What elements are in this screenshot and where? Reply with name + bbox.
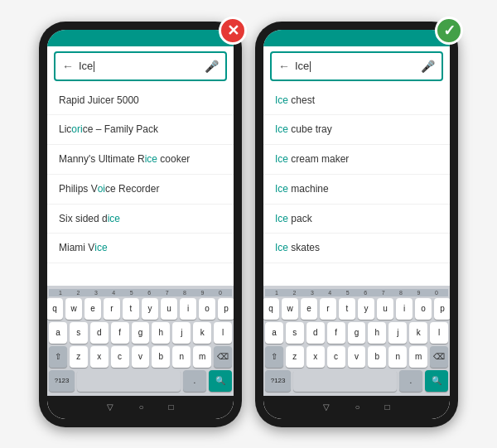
mic-icon[interactable]: 🎤	[205, 60, 219, 73]
key-b[interactable]: b	[152, 346, 170, 368]
key-q[interactable]: q	[47, 298, 63, 320]
key-y[interactable]: y	[142, 298, 158, 320]
right-suggestions: Ice chest Ice cube tray Ice cream maker …	[263, 86, 450, 286]
suggestion-item[interactable]: Ice cube tray	[263, 115, 450, 145]
wrong-search-input[interactable]: Ice	[79, 60, 200, 72]
suggestion-item[interactable]: Rapid Juicer 5000	[47, 86, 234, 116]
key-x[interactable]: x	[306, 346, 325, 368]
back-arrow-icon[interactable]: ←	[278, 60, 290, 73]
wrong-suggestions: Rapid Juicer 5000 Licorice – Family Pack…	[47, 86, 234, 286]
key-row-2r: a s d f g h j k l	[265, 322, 448, 344]
key-d[interactable]: d	[306, 322, 325, 344]
space-key[interactable]	[293, 370, 397, 392]
key-c[interactable]: c	[111, 346, 129, 368]
suggestion-item[interactable]: Ice pack	[263, 205, 450, 234]
suggestion-item[interactable]: Licorice – Family Pack	[47, 115, 234, 145]
key-w[interactable]: w	[282, 298, 298, 320]
key-d[interactable]: d	[90, 322, 109, 344]
key-j[interactable]: j	[388, 322, 407, 344]
delete-key[interactable]: ⌫	[214, 346, 232, 368]
key-h[interactable]: h	[368, 322, 386, 344]
key-f[interactable]: f	[111, 322, 129, 344]
key-j[interactable]: j	[172, 322, 191, 344]
key-g[interactable]: g	[348, 322, 366, 344]
key-i[interactable]: i	[396, 298, 413, 320]
nav-recent-icon[interactable]: □	[169, 402, 174, 412]
key-r[interactable]: r	[320, 298, 336, 320]
key-m[interactable]: m	[409, 346, 427, 368]
wrong-keyboard: 1 2 3 4 5 6 7 8 9 0 q w e	[47, 286, 234, 396]
key-m[interactable]: m	[193, 346, 211, 368]
right-phone-wrapper: ✓ ← Ice 🎤 Ice chest Ice cube tray Ice cr…	[255, 22, 458, 427]
key-v[interactable]: v	[348, 346, 366, 368]
right-search-bar[interactable]: ← Ice 🎤	[270, 51, 443, 81]
period-key[interactable]: .	[183, 370, 206, 392]
suggestion-item[interactable]: Ice chest	[263, 86, 450, 116]
key-g[interactable]: g	[132, 322, 150, 344]
wrong-phone-wrapper: ✕ ← Ice 🎤 Rapid Juicer 5000 Licorice – F…	[39, 22, 242, 427]
key-b[interactable]: b	[368, 346, 386, 368]
key-a[interactable]: a	[265, 322, 283, 344]
key-e[interactable]: e	[301, 298, 317, 320]
key-i[interactable]: i	[180, 298, 196, 320]
num-key[interactable]: ?123	[265, 370, 291, 392]
back-arrow-icon[interactable]: ←	[62, 60, 74, 73]
delete-key[interactable]: ⌫	[430, 346, 448, 368]
key-a[interactable]: a	[49, 322, 67, 344]
key-c[interactable]: c	[327, 346, 345, 368]
key-z[interactable]: z	[70, 346, 88, 368]
key-k[interactable]: k	[193, 322, 211, 344]
space-key[interactable]	[77, 370, 181, 392]
key-n[interactable]: n	[172, 346, 191, 368]
key-p[interactable]: p	[218, 298, 234, 320]
key-n[interactable]: n	[388, 346, 407, 368]
key-l[interactable]: l	[214, 322, 232, 344]
key-z[interactable]: z	[286, 346, 304, 368]
suggestion-item[interactable]: Ice machine	[263, 175, 450, 205]
key-v[interactable]: v	[132, 346, 150, 368]
key-y[interactable]: y	[358, 298, 374, 320]
search-key[interactable]: 🔍	[425, 370, 448, 392]
key-u[interactable]: u	[161, 298, 177, 320]
wrong-status-bar	[47, 30, 234, 46]
suggestion-item[interactable]: Six sided dice	[47, 205, 234, 234]
nav-recent-icon[interactable]: □	[385, 402, 390, 412]
main-container: ✕ ← Ice 🎤 Rapid Juicer 5000 Licorice – F…	[22, 5, 475, 444]
period-key[interactable]: .	[399, 370, 422, 392]
key-o[interactable]: o	[415, 298, 432, 320]
key-s[interactable]: s	[70, 322, 88, 344]
key-h[interactable]: h	[152, 322, 170, 344]
nav-home-icon[interactable]: ○	[138, 402, 143, 412]
num-key[interactable]: ?123	[49, 370, 75, 392]
key-o[interactable]: o	[199, 298, 215, 320]
suggestion-item[interactable]: Ice cream maker	[263, 145, 450, 175]
key-t[interactable]: t	[123, 298, 139, 320]
suggestion-item[interactable]: Manny's Ultimate Rice cooker	[47, 145, 234, 175]
shift-key[interactable]: ⇧	[49, 346, 67, 368]
nav-home-icon[interactable]: ○	[355, 402, 359, 412]
key-x[interactable]: x	[90, 346, 109, 368]
key-p[interactable]: p	[434, 298, 450, 320]
key-u[interactable]: u	[377, 298, 393, 320]
key-e[interactable]: e	[84, 298, 101, 320]
key-l[interactable]: l	[430, 322, 448, 344]
nav-back-icon[interactable]: ▽	[107, 402, 113, 412]
mic-icon[interactable]: 🎤	[421, 60, 435, 73]
suggestion-item[interactable]: Philips Voice Recorder	[47, 175, 234, 205]
suggestion-item[interactable]: Miami Vice	[47, 234, 234, 263]
suggestion-item[interactable]: Ice skates	[263, 234, 450, 263]
nav-back-icon[interactable]: ▽	[323, 402, 330, 412]
key-w[interactable]: w	[65, 298, 82, 320]
search-key[interactable]: 🔍	[209, 370, 232, 392]
shift-key[interactable]: ⇧	[265, 346, 283, 368]
key-f[interactable]: f	[327, 322, 345, 344]
key-row-4: ?123 . 🔍	[49, 370, 232, 392]
key-r[interactable]: r	[104, 298, 120, 320]
cursor	[94, 61, 94, 72]
key-t[interactable]: t	[339, 298, 355, 320]
key-s[interactable]: s	[286, 322, 304, 344]
key-k[interactable]: k	[409, 322, 427, 344]
key-q[interactable]: q	[263, 298, 279, 320]
right-search-input[interactable]: Ice	[295, 60, 416, 72]
wrong-search-bar[interactable]: ← Ice 🎤	[54, 51, 227, 81]
